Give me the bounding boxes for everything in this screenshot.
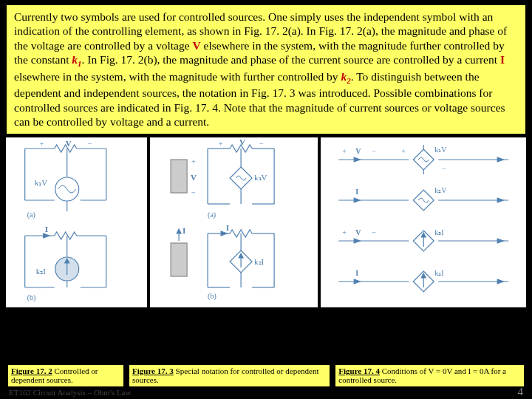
fig3b-src: k₂I xyxy=(255,257,265,266)
footer-page: 4 xyxy=(518,386,524,398)
main-paragraph: Currently two symbols are used for contr… xyxy=(6,4,526,134)
fig3a-lminus: − xyxy=(192,188,197,197)
para-t4: elsewhere in the system, with the magnit… xyxy=(14,70,341,83)
fig3a-lv: V xyxy=(191,173,197,182)
svg-marker-69 xyxy=(421,233,426,237)
fig2a-minus: − xyxy=(88,140,92,148)
fig2a-plus: + xyxy=(40,140,44,148)
svg-marker-13 xyxy=(44,233,50,238)
para-v: V xyxy=(192,39,200,52)
fig2a-lbl: (a) xyxy=(27,211,35,219)
footer-author: Boylestad xyxy=(304,386,344,398)
fig3a-lbl: (a) xyxy=(208,211,216,219)
figure-17-4: +− V k₁V +− I k₂V +− V xyxy=(321,137,526,307)
fig2a-src: k₁V xyxy=(35,178,48,187)
fig4-r4-ctrl: I xyxy=(355,269,358,277)
fig4-r1-ctrl: V xyxy=(355,147,361,155)
svg-marker-64 xyxy=(497,198,503,202)
svg-rect-46 xyxy=(171,243,188,276)
fig4-r1-src: k₁V xyxy=(434,146,447,154)
fig4-r4-src: k₄I xyxy=(434,269,443,277)
svg-text:−: − xyxy=(442,165,446,173)
svg-marker-55 xyxy=(497,157,503,162)
figure-17-2: + V − k₁V (a) I k₂I (b) xyxy=(6,137,147,307)
para-t3: . In Fig. 17. 2(b), the magnitude and ph… xyxy=(82,53,500,66)
svg-text:+: + xyxy=(401,147,406,155)
footer-course: ET162 Circuit Analysis – Ohm's Law xyxy=(9,388,131,397)
fig3a-lplus: + xyxy=(192,157,197,166)
fig4-r3-ctrl: V xyxy=(355,228,361,236)
para-i: I xyxy=(500,53,505,66)
svg-marker-80 xyxy=(497,279,503,284)
fig3b-lbl: (b) xyxy=(208,292,217,301)
fig2a-v: V xyxy=(66,139,72,148)
fig2b-i: I xyxy=(45,225,48,233)
svg-marker-71 xyxy=(497,239,503,243)
caption-17-3: Figure 17. 3 Special notation for contro… xyxy=(129,364,330,387)
fig2b-lbl: (b) xyxy=(27,293,36,302)
fig3a-minus: − xyxy=(260,140,265,148)
svg-marker-79 xyxy=(354,279,360,284)
para-k1: k1 xyxy=(72,53,81,66)
svg-text:−: − xyxy=(372,147,376,155)
fig3a-v: V xyxy=(240,137,246,146)
svg-text:+: + xyxy=(342,147,347,155)
svg-marker-54 xyxy=(354,157,360,162)
svg-rect-32 xyxy=(171,160,188,193)
svg-marker-63 xyxy=(354,198,360,202)
footer: ET162 Circuit Analysis – Ohm's Law Boyle… xyxy=(0,386,532,398)
caption-17-2: Figure 17. 2 Controlled or dependent sou… xyxy=(7,364,124,387)
figure-17-3: + V − + V − k₁V (a) I I k₂I xyxy=(150,137,317,307)
svg-text:−: − xyxy=(372,228,376,236)
svg-marker-70 xyxy=(354,239,360,243)
fig2b-src: k₂I xyxy=(36,267,47,276)
svg-marker-43 xyxy=(239,253,244,258)
fig4-r3-src: k₃I xyxy=(434,228,443,236)
caption-bar: Figure 17. 2 Controlled or dependent sou… xyxy=(0,364,532,387)
figures-row: + V − k₁V (a) I k₂I (b) xyxy=(0,137,532,307)
fig3b-li: I xyxy=(183,226,186,235)
para-k2: k2 xyxy=(341,70,351,83)
fig3a-plus: + xyxy=(219,140,224,148)
fig3a-src: k₁V xyxy=(255,173,268,182)
fig3b-i: I xyxy=(227,223,230,232)
svg-marker-48 xyxy=(177,229,182,233)
svg-text:+: + xyxy=(342,228,347,236)
fig4-r2-src: k₂V xyxy=(434,186,447,194)
caption-17-4: Figure 17. 4 Conditions of V = 0V and I … xyxy=(335,364,525,387)
fig4-r2-ctrl: I xyxy=(355,188,358,196)
svg-marker-78 xyxy=(421,273,426,278)
